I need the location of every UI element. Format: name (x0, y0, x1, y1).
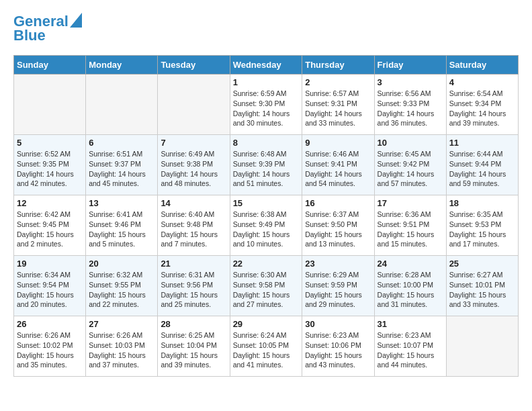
day-info: Sunrise: 6:52 AM Sunset: 9:35 PM Dayligh… (17, 149, 83, 189)
calendar-cell: 19Sunrise: 6:34 AM Sunset: 9:54 PM Dayli… (14, 256, 86, 316)
calendar-cell: 31Sunrise: 6:23 AM Sunset: 10:07 PM Dayl… (374, 316, 446, 377)
day-info: Sunrise: 6:38 AM Sunset: 9:49 PM Dayligh… (233, 210, 300, 249)
calendar-cell: 28Sunrise: 6:25 AM Sunset: 10:04 PM Dayl… (158, 316, 230, 377)
calendar-cell (14, 75, 86, 135)
calendar-cell: 3Sunrise: 6:56 AM Sunset: 9:33 PM Daylig… (374, 75, 446, 135)
day-number: 6 (89, 138, 154, 148)
calendar-cell: 30Sunrise: 6:23 AM Sunset: 10:06 PM Dayl… (302, 316, 374, 377)
day-info: Sunrise: 6:48 AM Sunset: 9:39 PM Dayligh… (233, 149, 300, 189)
day-info: Sunrise: 6:23 AM Sunset: 10:07 PM Daylig… (378, 330, 443, 370)
calendar-cell: 23Sunrise: 6:29 AM Sunset: 9:59 PM Dayli… (302, 256, 374, 316)
day-number: 7 (161, 138, 226, 148)
svg-marker-0 (70, 13, 82, 28)
calendar-week-4: 19Sunrise: 6:34 AM Sunset: 9:54 PM Dayli… (14, 256, 519, 316)
day-info: Sunrise: 6:41 AM Sunset: 9:46 PM Dayligh… (89, 210, 154, 249)
header-friday: Friday (374, 56, 446, 75)
calendar-cell: 26Sunrise: 6:26 AM Sunset: 10:02 PM Dayl… (14, 316, 86, 377)
day-number: 16 (305, 198, 371, 208)
calendar-cell: 2Sunrise: 6:57 AM Sunset: 9:31 PM Daylig… (302, 75, 374, 135)
calendar-cell: 14Sunrise: 6:40 AM Sunset: 9:48 PM Dayli… (158, 195, 230, 256)
day-number: 30 (305, 319, 371, 329)
header-wednesday: Wednesday (230, 56, 302, 75)
day-number: 9 (305, 138, 371, 148)
calendar-cell: 18Sunrise: 6:35 AM Sunset: 9:53 PM Dayli… (446, 195, 518, 256)
day-number: 19 (17, 259, 83, 269)
day-info: Sunrise: 6:34 AM Sunset: 9:54 PM Dayligh… (17, 270, 83, 310)
day-number: 12 (17, 198, 83, 208)
day-number: 2 (305, 77, 371, 87)
calendar-cell: 16Sunrise: 6:37 AM Sunset: 9:50 PM Dayli… (302, 195, 374, 256)
logo-icon (70, 13, 82, 28)
calendar-week-5: 26Sunrise: 6:26 AM Sunset: 10:02 PM Dayl… (14, 316, 519, 377)
header-thursday: Thursday (302, 56, 374, 75)
day-info: Sunrise: 6:35 AM Sunset: 9:53 PM Dayligh… (449, 210, 515, 249)
day-info: Sunrise: 6:26 AM Sunset: 10:03 PM Daylig… (89, 330, 154, 370)
calendar-cell (86, 75, 158, 135)
header-monday: Monday (86, 56, 158, 75)
calendar-cell (446, 316, 518, 377)
day-number: 15 (233, 198, 300, 208)
calendar-cell: 24Sunrise: 6:28 AM Sunset: 10:00 PM Dayl… (374, 256, 446, 316)
header-tuesday: Tuesday (158, 56, 230, 75)
calendar-cell (158, 75, 230, 135)
day-number: 10 (378, 138, 443, 148)
day-info: Sunrise: 6:25 AM Sunset: 10:04 PM Daylig… (161, 330, 226, 370)
day-number: 25 (449, 259, 515, 269)
day-number: 3 (378, 77, 443, 87)
day-number: 28 (161, 319, 226, 329)
calendar-week-1: 1Sunrise: 6:59 AM Sunset: 9:30 PM Daylig… (14, 75, 519, 135)
calendar-cell: 29Sunrise: 6:24 AM Sunset: 10:05 PM Dayl… (230, 316, 302, 377)
day-info: Sunrise: 6:30 AM Sunset: 9:58 PM Dayligh… (233, 270, 300, 310)
day-number: 31 (378, 319, 443, 329)
calendar-cell: 12Sunrise: 6:42 AM Sunset: 9:45 PM Dayli… (14, 195, 86, 256)
day-info: Sunrise: 6:29 AM Sunset: 9:59 PM Dayligh… (305, 270, 371, 310)
header-sunday: Sunday (14, 56, 86, 75)
day-info: Sunrise: 6:59 AM Sunset: 9:30 PM Dayligh… (233, 89, 300, 128)
calendar-cell: 6Sunrise: 6:51 AM Sunset: 9:37 PM Daylig… (86, 135, 158, 195)
day-number: 14 (161, 198, 226, 208)
day-info: Sunrise: 6:51 AM Sunset: 9:37 PM Dayligh… (89, 149, 154, 189)
day-info: Sunrise: 6:32 AM Sunset: 9:55 PM Dayligh… (89, 270, 154, 310)
calendar-cell: 9Sunrise: 6:46 AM Sunset: 9:41 PM Daylig… (302, 135, 374, 195)
day-number: 18 (449, 198, 515, 208)
day-info: Sunrise: 6:42 AM Sunset: 9:45 PM Dayligh… (17, 210, 83, 249)
page-header: General Blue (13, 13, 519, 44)
day-number: 22 (233, 259, 300, 269)
calendar-cell: 10Sunrise: 6:45 AM Sunset: 9:42 PM Dayli… (374, 135, 446, 195)
calendar-cell: 21Sunrise: 6:31 AM Sunset: 9:56 PM Dayli… (158, 256, 230, 316)
day-info: Sunrise: 6:26 AM Sunset: 10:02 PM Daylig… (17, 330, 83, 370)
day-info: Sunrise: 6:23 AM Sunset: 10:06 PM Daylig… (305, 330, 371, 370)
day-number: 26 (17, 319, 83, 329)
calendar-cell: 7Sunrise: 6:49 AM Sunset: 9:38 PM Daylig… (158, 135, 230, 195)
calendar-cell: 22Sunrise: 6:30 AM Sunset: 9:58 PM Dayli… (230, 256, 302, 316)
day-number: 20 (89, 259, 154, 269)
day-info: Sunrise: 6:57 AM Sunset: 9:31 PM Dayligh… (305, 89, 371, 128)
calendar-cell: 5Sunrise: 6:52 AM Sunset: 9:35 PM Daylig… (14, 135, 86, 195)
day-number: 21 (161, 259, 226, 269)
day-number: 29 (233, 319, 300, 329)
calendar-cell: 1Sunrise: 6:59 AM Sunset: 9:30 PM Daylig… (230, 75, 302, 135)
day-info: Sunrise: 6:40 AM Sunset: 9:48 PM Dayligh… (161, 210, 226, 249)
day-number: 24 (378, 259, 443, 269)
day-number: 17 (378, 198, 443, 208)
day-info: Sunrise: 6:49 AM Sunset: 9:38 PM Dayligh… (161, 149, 226, 189)
calendar-cell: 27Sunrise: 6:26 AM Sunset: 10:03 PM Dayl… (86, 316, 158, 377)
header-saturday: Saturday (446, 56, 518, 75)
calendar-cell: 25Sunrise: 6:27 AM Sunset: 10:01 PM Dayl… (446, 256, 518, 316)
logo-blue: Blue (13, 27, 46, 44)
day-number: 13 (89, 198, 154, 208)
calendar-table: SundayMondayTuesdayWednesdayThursdayFrid… (13, 55, 519, 377)
calendar-week-2: 5Sunrise: 6:52 AM Sunset: 9:35 PM Daylig… (14, 135, 519, 195)
day-info: Sunrise: 6:27 AM Sunset: 10:01 PM Daylig… (449, 270, 515, 310)
day-info: Sunrise: 6:28 AM Sunset: 10:00 PM Daylig… (378, 270, 443, 310)
day-number: 1 (233, 77, 300, 87)
calendar-cell: 20Sunrise: 6:32 AM Sunset: 9:55 PM Dayli… (86, 256, 158, 316)
day-info: Sunrise: 6:44 AM Sunset: 9:44 PM Dayligh… (449, 149, 515, 189)
day-info: Sunrise: 6:56 AM Sunset: 9:33 PM Dayligh… (378, 89, 443, 128)
day-number: 8 (233, 138, 300, 148)
calendar-cell: 15Sunrise: 6:38 AM Sunset: 9:49 PM Dayli… (230, 195, 302, 256)
day-info: Sunrise: 6:54 AM Sunset: 9:34 PM Dayligh… (449, 89, 515, 128)
day-number: 5 (17, 138, 83, 148)
calendar-cell: 17Sunrise: 6:36 AM Sunset: 9:51 PM Dayli… (374, 195, 446, 256)
calendar-cell: 11Sunrise: 6:44 AM Sunset: 9:44 PM Dayli… (446, 135, 518, 195)
